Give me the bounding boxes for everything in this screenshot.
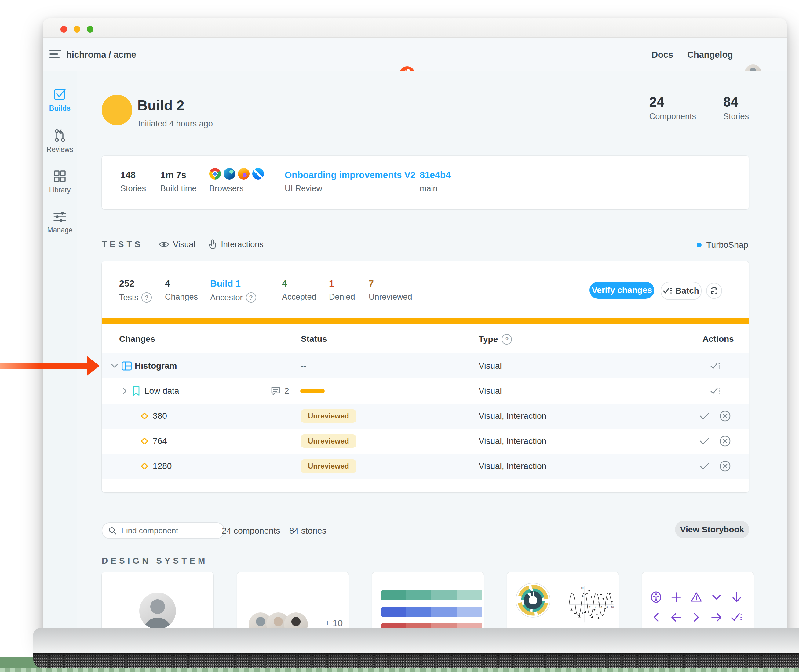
help-icon[interactable]: ? <box>502 334 512 344</box>
expand-chevron-icon[interactable] <box>123 387 127 395</box>
table-header-row: Changes Status Type ? Actions <box>102 325 749 354</box>
summary-tests-stat: 252 Tests ? <box>119 279 152 303</box>
sidebar-item-label: Reviews <box>47 146 73 154</box>
column-header-status: Status <box>301 334 327 344</box>
commit-block: 81e4b4 main <box>420 170 451 194</box>
info-buildtime-label: Build time <box>160 184 197 194</box>
build-progress-bar <box>102 318 749 325</box>
warning-triangle-icon <box>690 591 703 603</box>
summary-ancestor-label: Ancestor <box>210 293 243 302</box>
row-name: 380 <box>153 411 167 421</box>
annotation-arrow <box>0 363 87 369</box>
batch-check-list-icon <box>663 287 672 295</box>
divider <box>710 95 710 125</box>
help-icon[interactable]: ? <box>141 292 152 303</box>
help-icon[interactable]: ? <box>246 292 256 303</box>
traffic-light-close-button[interactable] <box>61 26 67 33</box>
deny-action-icon[interactable] <box>719 410 731 422</box>
summary-tests-label: Tests <box>119 293 138 302</box>
reviews-compare-icon <box>53 128 67 142</box>
avatar-preview <box>139 593 176 629</box>
refresh-button[interactable] <box>706 283 722 299</box>
accept-action-icon[interactable] <box>700 462 710 470</box>
tab-visual-label: Visual <box>173 240 195 249</box>
swatch <box>406 590 431 600</box>
verify-changes-button[interactable]: Verify changes <box>590 282 654 299</box>
accept-action-icon[interactable] <box>700 412 710 420</box>
traffic-light-minimize-button[interactable] <box>74 26 80 33</box>
summary-accepted-stat: 4 Accepted <box>282 279 316 302</box>
batch-accept-action-icon[interactable] <box>710 362 721 370</box>
table-row-viewport-1280[interactable]: 1280 Unreviewed Visual, Interaction <box>102 454 749 478</box>
firefox-browser-icon <box>238 168 249 179</box>
tab-interactions[interactable]: Interactions <box>209 239 264 250</box>
bottom-noise-band <box>33 653 799 668</box>
collapse-chevron-icon[interactable] <box>111 363 118 368</box>
commit-link[interactable]: 81e4b4 <box>420 170 451 179</box>
screenshot-root: hichroma / acme Docs Changelog <box>0 0 799 672</box>
summary-ancestor-stat: Build 1 Ancestor ? <box>210 279 256 303</box>
design-system-heading: DESIGN SYSTEM <box>102 556 208 566</box>
column-header-type: Type ? <box>479 334 512 344</box>
row-name: 764 <box>153 436 167 446</box>
components-count: 24 <box>649 95 696 109</box>
icon-set-row-1 <box>650 591 743 603</box>
changelog-link[interactable]: Changelog <box>687 50 733 60</box>
summary-denied-label: Denied <box>329 292 355 302</box>
deny-action-icon[interactable] <box>719 460 731 472</box>
comments-indicator[interactable]: 2 <box>271 386 289 396</box>
find-component-search[interactable] <box>102 522 224 539</box>
traffic-light-zoom-button[interactable] <box>87 26 93 33</box>
tab-visual[interactable]: Visual <box>159 240 195 249</box>
view-storybook-button[interactable]: View Storybook <box>675 521 749 538</box>
account-breadcrumb[interactable]: hichroma / acme <box>66 50 136 60</box>
builds-checkbox-icon <box>53 87 67 101</box>
find-component-input[interactable] <box>121 526 201 536</box>
sidebar <box>43 72 77 642</box>
turbosnap-indicator[interactable]: TurboSnap <box>697 240 749 250</box>
icon-set-row-2 <box>650 611 743 624</box>
components-count-text: 24 components <box>222 526 280 536</box>
arrow-left-icon <box>670 611 682 624</box>
bottom-fade-band <box>33 628 799 654</box>
chevron-right-icon <box>690 611 703 624</box>
comment-icon <box>271 386 281 395</box>
table-row-viewport-380[interactable]: 380 Unreviewed Visual, Interaction <box>102 403 749 429</box>
accept-action-icon[interactable] <box>700 437 710 445</box>
search-icon <box>109 526 117 534</box>
sidebar-item-library[interactable]: Library <box>43 170 77 194</box>
swatch <box>431 590 457 600</box>
build-status-dot <box>102 95 132 125</box>
stories-stat: 84 Stories <box>723 95 749 125</box>
build-initiated: Initiated 4 hours ago <box>138 119 213 129</box>
table-row-low-data[interactable]: Low data 2 Visual <box>102 378 749 403</box>
hamburger-menu-button[interactable] <box>50 49 62 59</box>
summary-tests-value: 252 <box>119 279 152 288</box>
branch-link[interactable]: Onboarding improvements V2 <box>284 170 415 179</box>
swatch <box>380 590 406 600</box>
batch-button[interactable]: Batch <box>661 282 702 300</box>
swatch <box>380 607 406 617</box>
chrome-browser-icon <box>209 168 221 179</box>
summary-accepted-label: Accepted <box>282 292 316 302</box>
palette-row-teal <box>380 590 482 600</box>
batch-accept-action-icon[interactable] <box>710 387 721 395</box>
comment-count: 2 <box>284 386 289 396</box>
table-row-histogram[interactable]: Histogram -- Visual <box>102 354 749 378</box>
pointer-hand-icon <box>209 239 217 250</box>
avatars-overflow-count: + 10 <box>325 618 343 628</box>
sidebar-item-builds[interactable]: Builds <box>43 87 77 112</box>
table-row-viewport-764[interactable]: 764 Unreviewed Visual, Interaction <box>102 429 749 454</box>
swatch <box>457 607 482 617</box>
deny-action-icon[interactable] <box>719 435 731 447</box>
summary-unreviewed-value: 7 <box>369 279 412 288</box>
ancestor-build-link[interactable]: Build 1 <box>210 279 256 288</box>
hamburger-icon <box>50 49 62 59</box>
docs-link[interactable]: Docs <box>652 50 673 60</box>
summary-changes-label: Changes <box>165 292 198 302</box>
sidebar-item-reviews[interactable]: Reviews <box>43 128 77 154</box>
person-silhouette-icon <box>139 593 176 629</box>
safari-browser-icon <box>252 168 264 179</box>
swatch <box>431 607 457 617</box>
sidebar-item-manage[interactable]: Manage <box>43 211 77 234</box>
